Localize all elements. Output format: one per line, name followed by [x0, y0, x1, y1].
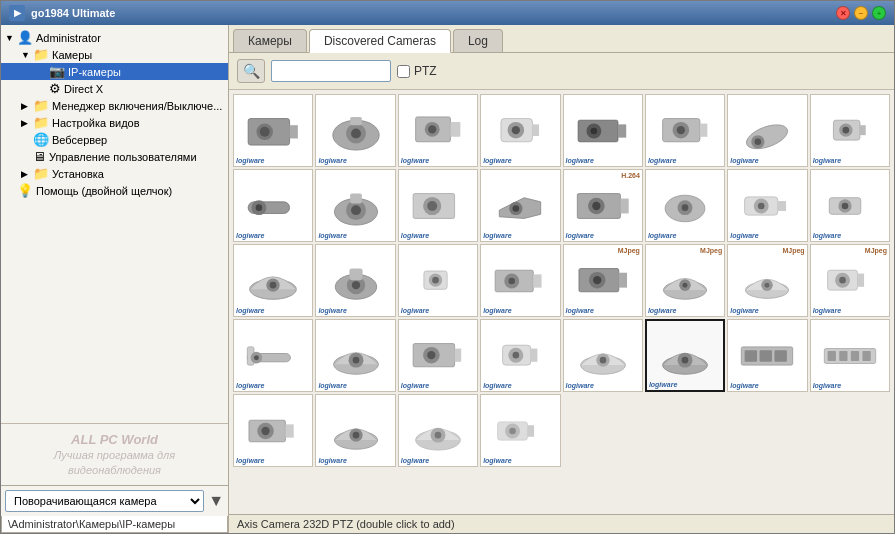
svg-point-6	[351, 128, 361, 138]
camera-cell-13[interactable]: logiwareH.264	[563, 169, 643, 242]
tree-label-direct-x: Direct X	[64, 83, 103, 95]
svg-point-106	[682, 357, 689, 364]
search-button[interactable]: 🔍	[237, 59, 265, 83]
camera-cell-10[interactable]: logiware	[315, 169, 395, 242]
camera-label-14: logiware	[648, 232, 676, 239]
tab-log[interactable]: Log	[453, 29, 503, 52]
camera-cell-12[interactable]: logiware	[480, 169, 560, 242]
camera-cell-31[interactable]: logiware	[727, 319, 807, 392]
camera-image-34	[316, 406, 394, 456]
tab-discovered-cameras[interactable]: Discovered Cameras	[309, 29, 451, 53]
camera-cell-17[interactable]: logiware	[233, 244, 313, 317]
tree-item-direct-x[interactable]: ⚙Direct X	[1, 80, 228, 97]
camera-cell-22[interactable]: logiwareMJpeg	[645, 244, 725, 317]
camera-label-15: logiware	[730, 232, 758, 239]
camera-label-36: logiware	[483, 457, 511, 464]
camera-cell-7[interactable]: logiware	[727, 94, 807, 167]
tree-expand-cameras: ▼	[21, 50, 33, 60]
camera-cell-3[interactable]: logiware	[398, 94, 478, 167]
camera-cell-11[interactable]: logiware	[398, 169, 478, 242]
camera-cell-19[interactable]: logiware	[398, 244, 478, 317]
camera-cell-2[interactable]: logiware	[315, 94, 395, 167]
camera-cell-28[interactable]: logiware	[480, 319, 560, 392]
tree-expand-admin: ▼	[5, 33, 17, 43]
camera-cell-18[interactable]: logiware	[315, 244, 395, 317]
close-button[interactable]: ✕	[836, 6, 850, 20]
tree-item-ip-cameras[interactable]: 📷IP-камеры	[1, 63, 228, 80]
camera-cell-15[interactable]: logiware	[727, 169, 807, 242]
camera-image-1	[234, 106, 312, 156]
tree-item-install[interactable]: ▶📁Установка	[1, 165, 228, 182]
tree-item-settings-view[interactable]: ▶📁Настройка видов	[1, 114, 228, 131]
camera-badge-21: MJpeg	[618, 247, 640, 254]
camera-cell-36[interactable]: logiware	[480, 394, 560, 467]
camera-cell-20[interactable]: logiware	[480, 244, 560, 317]
right-panel: Камеры Discovered Cameras Log 🔍 PTZ logi…	[229, 25, 894, 533]
svg-point-103	[599, 357, 606, 364]
camera-label-9: logiware	[236, 232, 264, 239]
svg-point-36	[351, 205, 361, 215]
svg-point-118	[262, 427, 270, 435]
camera-cell-23[interactable]: logiwareMJpeg	[727, 244, 807, 317]
camera-cell-29[interactable]: logiware	[563, 319, 643, 392]
camera-cell-9[interactable]: logiware	[233, 169, 313, 242]
tree-item-admin[interactable]: ▼👤Administrator	[1, 29, 228, 46]
camera-cell-32[interactable]: logiware	[810, 319, 890, 392]
camera-cell-34[interactable]: logiware	[315, 394, 395, 467]
tree-item-user-mgmt[interactable]: 🖥Управление пользователями	[1, 148, 228, 165]
camera-label-30: logiware	[649, 381, 677, 388]
camera-image-3	[399, 106, 477, 156]
camera-cell-30[interactable]: logiware	[645, 319, 725, 392]
camera-cell-24[interactable]: logiwareMJpeg	[810, 244, 890, 317]
tree-label-settings-view: Настройка видов	[52, 117, 140, 129]
camera-cell-4[interactable]: logiware	[480, 94, 560, 167]
camera-type-dropdown[interactable]: Поворачивающаяся камера	[5, 490, 204, 512]
camera-cell-27[interactable]: logiware	[398, 319, 478, 392]
camera-label-1: logiware	[236, 157, 264, 164]
tree-item-cameras[interactable]: ▼📁Камеры	[1, 46, 228, 63]
search-input[interactable]	[271, 60, 391, 82]
camera-cell-5[interactable]: logiware	[563, 94, 643, 167]
ptz-checkbox[interactable]	[397, 65, 410, 78]
camera-cell-35[interactable]: logiware	[398, 394, 478, 467]
camera-image-23	[728, 256, 806, 306]
camera-image-17	[234, 256, 312, 306]
tree-item-webserver[interactable]: 🌐Вебсервер	[1, 131, 228, 148]
svg-point-89	[254, 355, 259, 360]
camera-image-19	[399, 256, 477, 306]
title-bar-left: ▶ go1984 Ultimate	[9, 5, 115, 21]
svg-rect-113	[839, 351, 847, 361]
camera-cell-6[interactable]: logiware	[645, 94, 725, 167]
window-controls: ✕ − +	[836, 6, 886, 20]
camera-cell-8[interactable]: logiware	[810, 94, 890, 167]
tree-icon-user-mgmt: 🖥	[33, 149, 46, 164]
svg-point-56	[842, 202, 849, 209]
tree-view: ▼👤Administrator▼📁Камеры📷IP-камеры⚙Direct…	[1, 25, 228, 423]
tree-icon-admin: 👤	[17, 30, 33, 45]
svg-point-42	[513, 205, 520, 212]
tree-item-manager[interactable]: ▶📁Менеджер включения/Выключе...	[1, 97, 228, 114]
maximize-button[interactable]: +	[872, 6, 886, 20]
camera-image-30	[647, 332, 723, 380]
camera-cell-1[interactable]: logiware	[233, 94, 313, 167]
minimize-button[interactable]: −	[854, 6, 868, 20]
camera-image-24	[811, 256, 889, 306]
camera-cell-26[interactable]: logiware	[315, 319, 395, 392]
camera-cell-33[interactable]: logiware	[233, 394, 313, 467]
camera-cell-21[interactable]: logiwareMJpeg	[563, 244, 643, 317]
camera-cell-14[interactable]: logiware	[645, 169, 725, 242]
dropdown-arrow[interactable]: ▼	[208, 492, 224, 510]
camera-image-28	[481, 331, 559, 381]
tree-icon-cameras: 📁	[33, 47, 49, 62]
main-window: ▶ go1984 Ultimate ✕ − + ▼👤Administrator▼…	[0, 0, 895, 534]
svg-point-3	[260, 126, 270, 136]
tree-item-help[interactable]: 💡Помощь (двойной щелчок)	[1, 182, 228, 199]
tree-label-ip-cameras: IP-камеры	[68, 66, 121, 78]
camera-label-18: logiware	[318, 307, 346, 314]
camera-cell-25[interactable]: logiware	[233, 319, 313, 392]
camera-label-20: logiware	[483, 307, 511, 314]
tab-cameras[interactable]: Камеры	[233, 29, 307, 52]
camera-cell-16[interactable]: logiware	[810, 169, 890, 242]
svg-point-11	[428, 125, 436, 133]
tree-icon-direct-x: ⚙	[49, 81, 61, 96]
